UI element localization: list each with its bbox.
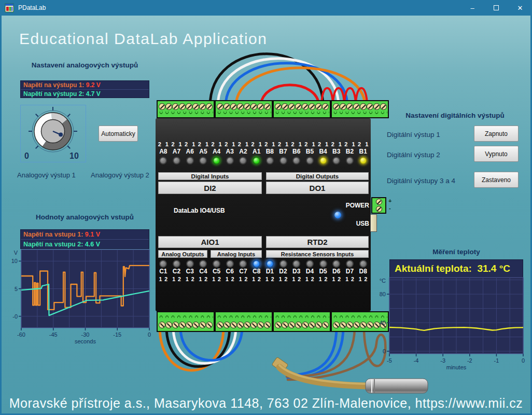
svg-text:-3: -3: [440, 357, 445, 364]
close-button[interactable]: ✕: [508, 0, 532, 16]
datalab-device: 2 1A82 1A72 1A62 1A52 1A42 1A32 1A22 1A1…: [156, 100, 371, 332]
channel-name: A5: [199, 148, 207, 156]
channel-b6: 2 1B6: [290, 141, 303, 164]
channel-a3: 2 1A3: [223, 141, 236, 164]
channel-a2: 2 1A2: [236, 141, 250, 164]
channel-b5: 2 1B5: [303, 141, 317, 164]
channel-pin-numbers: 1 2: [305, 275, 314, 283]
terminal-screw: [165, 322, 172, 328]
channel-name: B5: [306, 148, 314, 156]
channel-pin-numbers: 2 1: [291, 141, 302, 148]
channel-pin-numbers: 1 2: [212, 275, 221, 283]
terminal-screw: [159, 322, 165, 328]
channel-c7: C71 2: [236, 259, 250, 283]
terminal-screw: [309, 322, 315, 328]
channel-led-off: [332, 260, 340, 268]
terminal-screw: [199, 103, 206, 110]
channel-pin-numbers: 1 2: [239, 275, 248, 283]
terminal-screw: [250, 322, 257, 328]
channel-led-off: [319, 260, 327, 268]
maximize-button[interactable]: [484, 0, 508, 16]
terminal-block: [273, 311, 331, 332]
svg-text:-15: -15: [113, 331, 121, 338]
input1-readout: Napětí na vstupu 1: 9.1 V: [21, 230, 149, 239]
cable-notches: [274, 112, 329, 116]
channel-d4: D41 2: [303, 259, 317, 283]
svg-text:-1: -1: [494, 357, 499, 364]
channel-pin-numbers: 1 2: [265, 275, 274, 283]
channel-pin-numbers: 2 1: [278, 141, 288, 148]
terminal-screw: [322, 103, 329, 110]
top-wires: [210, 54, 367, 106]
channel-pin-numbers: 1 2: [252, 275, 261, 283]
terminal-screw: [230, 103, 237, 110]
terminal-screw: [367, 103, 373, 110]
terminal-screw: [250, 103, 257, 110]
cable-notches: [216, 112, 271, 116]
terminal-block: [273, 100, 331, 118]
output2-readout: Napětí na výstupu 2: 4.7 V: [21, 89, 149, 98]
svg-text:0: 0: [383, 348, 386, 354]
terminal-screw: [179, 103, 186, 110]
terminal-screw: [217, 322, 223, 328]
terminal-screw: [199, 322, 206, 328]
channel-led-off: [213, 260, 220, 268]
analog-output1-knob[interactable]: 010: [21, 105, 86, 162]
channel-name: C3: [186, 268, 194, 275]
svg-text:-60: -60: [17, 331, 25, 338]
terminal-screw: [257, 103, 264, 110]
automatic-button[interactable]: Automaticky: [99, 126, 138, 142]
output2-value: 4.7 V: [86, 90, 101, 98]
terminal-screw: [309, 103, 315, 110]
channel-led-off: [346, 157, 354, 164]
minimize-button[interactable]: –: [460, 0, 484, 16]
channel-c8: C81 2: [250, 259, 263, 283]
channel-led-green: [213, 157, 220, 164]
terminal-screw: [186, 103, 192, 110]
cable-notches: [332, 112, 387, 116]
terminal-block: [215, 100, 273, 118]
channel-led-blue: [266, 260, 274, 268]
channel-c6: C61 2: [223, 259, 236, 283]
output1-label: Napětí na výstupu 1:: [23, 81, 84, 89]
channel-b4: 2 1B4: [316, 141, 330, 164]
channel-a5: 2 1A5: [197, 141, 210, 164]
digital-output1-button[interactable]: Zapnuto: [474, 126, 519, 142]
channel-led-off: [186, 157, 194, 164]
channel-pin-numbers: 2 1: [264, 141, 275, 148]
digital-output2-button[interactable]: Vypnuto: [474, 146, 519, 162]
output1-value: 9.2 V: [86, 81, 101, 89]
analog-inputs-heading: Hodnoty analogových vstupů: [20, 213, 149, 221]
bottom-wires: [160, 327, 385, 380]
terminal-screw: [346, 322, 353, 328]
terminal-screw: [333, 322, 340, 328]
channel-pin-numbers: 1 2: [172, 275, 181, 283]
analog-output1-knob-panel: 010: [20, 105, 86, 162]
channel-name: B6: [292, 148, 300, 156]
channel-name: B1: [359, 148, 367, 156]
channel-pin-numbers: 2 1: [225, 141, 235, 148]
terminal-screw: [217, 103, 223, 110]
window-title: PDataLab: [18, 4, 46, 11]
channel-name: A7: [173, 148, 180, 156]
aio1-strip: AIO1: [158, 236, 262, 248]
channel-pin-numbers: 2 1: [358, 141, 368, 148]
channel-name: B4: [319, 148, 327, 156]
terminal-screw: [302, 103, 309, 110]
titlebar: PDataLab – ✕: [0, 0, 532, 16]
channel-pin-numbers: 1 2: [186, 275, 194, 283]
terminal-screw: [165, 103, 172, 110]
channel-pin-numbers: 2 1: [251, 141, 262, 148]
power-connector: [371, 197, 386, 214]
device-model-label: DataLab IO4/USB: [174, 207, 225, 214]
channel-led-off: [159, 260, 167, 268]
digital-outputs34-button[interactable]: Zastaveno: [474, 172, 519, 188]
channel-led-off: [306, 260, 314, 268]
terminal-screw: [206, 322, 213, 328]
channel-pin-numbers: 1 2: [332, 275, 341, 283]
terminal-screw: [206, 103, 213, 110]
analog-outputs-heading: Nastavení analogových výstupů: [20, 61, 149, 69]
terminal-screw: [237, 322, 244, 328]
channel-name: B2: [346, 148, 354, 156]
channel-pin-numbers: 1 2: [359, 275, 368, 283]
